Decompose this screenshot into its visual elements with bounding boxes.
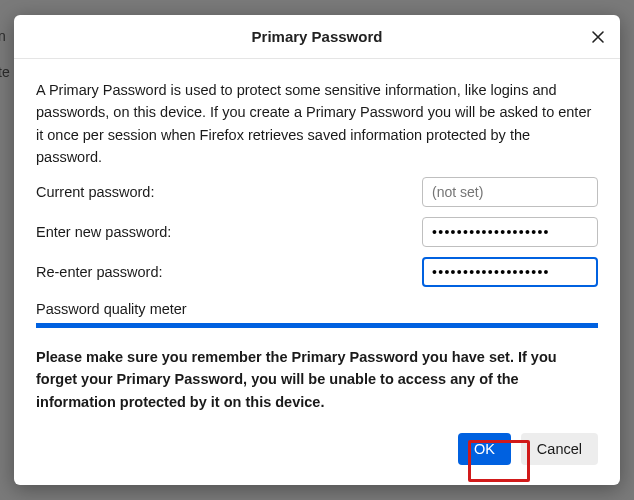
quality-label: Password quality meter xyxy=(36,301,598,317)
current-password-row: Current password: xyxy=(36,177,598,207)
new-password-row: Enter new password: xyxy=(36,217,598,247)
background-text: n xyxy=(0,28,6,44)
reenter-password-input[interactable] xyxy=(422,257,598,287)
dialog-body: A Primary Password is used to protect so… xyxy=(14,59,620,433)
reenter-password-label: Re-enter password: xyxy=(36,264,422,280)
dialog-title: Primary Password xyxy=(252,28,383,45)
close-button[interactable] xyxy=(584,23,612,51)
current-password-input[interactable] xyxy=(422,177,598,207)
primary-password-dialog: Primary Password A Primary Password is u… xyxy=(14,15,620,485)
quality-meter xyxy=(36,323,598,328)
cancel-button[interactable]: Cancel xyxy=(521,433,598,465)
reenter-password-row: Re-enter password: xyxy=(36,257,598,287)
new-password-input[interactable] xyxy=(422,217,598,247)
dialog-header: Primary Password xyxy=(14,15,620,59)
new-password-label: Enter new password: xyxy=(36,224,422,240)
dialog-footer: OK Cancel xyxy=(14,433,620,485)
current-password-label: Current password: xyxy=(36,184,422,200)
intro-text: A Primary Password is used to protect so… xyxy=(36,79,598,169)
quality-row: Password quality meter xyxy=(36,301,598,328)
warning-text: Please make sure you remember the Primar… xyxy=(36,346,598,413)
ok-button[interactable]: OK xyxy=(458,433,511,465)
background-text: te xyxy=(0,64,10,80)
close-icon xyxy=(590,29,606,45)
